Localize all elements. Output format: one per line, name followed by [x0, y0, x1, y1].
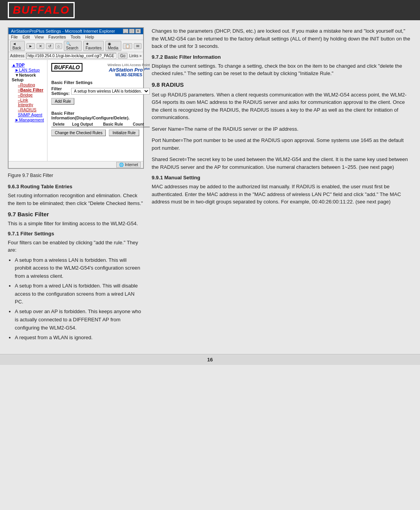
right-intro: Changes to the parameters (DHCP, DNS, et…	[152, 27, 412, 50]
bullet-3: A setup over an AP is forbidden. This ke…	[15, 308, 144, 332]
section-971: 9.7.1 Filter Settings Four filters can b…	[8, 231, 144, 342]
wireless-ap-text: Wireless LAN Access Point	[108, 63, 150, 67]
logo-text: BUFFALO	[13, 4, 70, 16]
section-991-heading: 9.9.1 Manual Setting	[152, 175, 412, 181]
filter-info-heading: Basic Filter Information(Display/Configu…	[51, 111, 150, 120]
nav-lan-setup[interactable]: ►LAN Setup	[12, 68, 44, 72]
browser-titlebar: AirStationProPlus Settings - Microsoft I…	[9, 28, 143, 34]
left-column: AirStationProPlus Settings - Microsoft I…	[8, 27, 144, 343]
forward-button[interactable]: ►	[26, 43, 35, 49]
section-98-heading: 9.8 RADIUS	[152, 81, 412, 88]
menu-edit[interactable]: Edit	[23, 35, 30, 39]
browser-window-controls: _ □ ✕	[123, 29, 141, 33]
section-97-heading: 9.7 Basic Filter	[8, 211, 144, 217]
section-991-body: MAC addresses may be added to the author…	[152, 183, 412, 206]
section-963-heading: 9.6.3 Routing Table Entries	[8, 184, 144, 189]
section-972-heading: 9.7.2 Basic Filter Information	[152, 54, 412, 60]
stop-button[interactable]: ✕	[37, 43, 44, 49]
col-delete: Delete	[51, 122, 70, 127]
filter-select[interactable]: A setup from wireless LAN is forbidden.	[71, 88, 150, 95]
internet-badge: 🌐 Internet	[116, 162, 141, 168]
section-972-body: Displays the current settings. To change…	[152, 62, 412, 77]
nav-management[interactable]: ►Management	[12, 117, 44, 122]
filter-settings-row: Filter Settings: A setup from wireless L…	[51, 86, 150, 96]
menu-favorites[interactable]: Favorites	[48, 35, 66, 39]
browser-window: AirStationProPlus Settings - Microsoft I…	[8, 27, 144, 169]
menu-file[interactable]: File	[11, 35, 18, 39]
section-971-intro: Four filters can be enabled by clicking …	[8, 239, 144, 254]
section-963: 9.6.3 Routing Table Entries Set routing …	[8, 184, 144, 207]
browser-menubar: File Edit View Favorites Tools Help	[9, 34, 143, 40]
home-button[interactable]: ⌂	[55, 43, 62, 49]
initialize-rule-button[interactable]: Initialize Rule	[109, 130, 139, 136]
address-input[interactable]	[26, 53, 116, 59]
nav-snmp-agent[interactable]: SNMP Agent	[12, 112, 44, 117]
nav-top-link[interactable]: ▲TOP	[12, 63, 44, 67]
nav-bridge[interactable]: –Bridge	[12, 93, 44, 97]
buffalo-logo-small: BUFFALO	[51, 63, 82, 72]
media-button[interactable]: ◉ Media	[105, 41, 121, 51]
col-count: Count	[131, 122, 150, 127]
plus-superscript: plus	[144, 67, 150, 70]
bullet-1: A setup from a wireless LAN is forbidden…	[15, 256, 144, 280]
go-button[interactable]: Go	[118, 53, 128, 59]
page-footer: 16	[0, 354, 420, 365]
history-button[interactable]: 📋	[123, 43, 132, 49]
section-972: 9.7.2 Basic Filter Information Displays …	[152, 54, 412, 77]
main-content: AirStationProPlus Settings - Microsoft I…	[0, 20, 420, 350]
favorites-button[interactable]: ★ Favorites	[83, 41, 104, 51]
figure-caption: Figure 9.7 Basic Filter	[8, 173, 144, 178]
menu-tools[interactable]: Tools	[71, 35, 81, 39]
mail-button[interactable]: ✉	[134, 43, 142, 49]
nav-radius[interactable]: –RADIUS	[12, 107, 44, 112]
nav-routing[interactable]: –Routing	[12, 82, 44, 87]
col-basic-rule: Basic Rule	[102, 122, 131, 127]
section-963-body: Set routing information recognition and …	[8, 192, 144, 207]
minimize-button[interactable]: _	[123, 29, 128, 33]
airstation-logo: AirStation Pro plus	[109, 67, 150, 73]
links-label: Links »	[129, 54, 142, 58]
browser-statusbar: 🌐 Internet	[9, 161, 143, 168]
close-button[interactable]: ✕	[135, 29, 141, 33]
wlm-series: WLM2-SERIES	[108, 73, 150, 77]
browser-page-content: BUFFALO Wireless LAN Access Point AirSta…	[47, 60, 154, 161]
filter-table: Delete Log Output Basic Rule Count	[51, 122, 150, 127]
nav-basic-filter[interactable]: –Basic Filter	[12, 88, 44, 92]
port-number-para: Port Number=The port number to be used a…	[152, 137, 412, 152]
refresh-button[interactable]: ↺	[46, 43, 54, 49]
bullet-4: A request from a WLAN is ignored.	[15, 334, 144, 342]
back-button[interactable]: ◄ Back	[10, 41, 25, 51]
nav-link-integrity[interactable]: –Link Integrity	[12, 98, 44, 107]
menu-view[interactable]: View	[35, 35, 44, 39]
airstation-text: AirStation Pro	[109, 67, 143, 73]
search-button[interactable]: 🔍 Search	[64, 41, 82, 51]
page-number: 16	[207, 357, 213, 363]
section-971-heading: 9.7.1 Filter Settings	[8, 231, 144, 237]
bullet-2: A setup from a wired LAN is forbidden. T…	[15, 282, 144, 306]
section-971-bullets: A setup from a wireless LAN is forbidden…	[15, 256, 144, 342]
menu-help[interactable]: Help	[85, 35, 94, 39]
section-97-body: This is a simple filter for limiting acc…	[8, 220, 144, 228]
nav-network-setup: ▼Network Setup	[12, 73, 36, 82]
add-rule-button[interactable]: Add Rule	[51, 98, 74, 105]
filter-table-header-row: Delete Log Output Basic Rule Count	[51, 122, 150, 127]
filter-label: Filter Settings:	[51, 86, 70, 96]
buffalo-logo: BUFFALO	[8, 2, 75, 18]
change-checked-rules-button[interactable]: Change the Checked Rules	[51, 130, 106, 136]
browser-toolbar: ◄ Back ► ✕ ↺ ⌂ 🔍 Search ★ Favorites ◉ Me…	[9, 40, 143, 52]
buffalo-small-logo: BUFFALO	[51, 63, 82, 72]
page-header-content: BUFFALO Wireless LAN Access Point AirSta…	[51, 63, 150, 77]
maximize-button[interactable]: □	[129, 29, 135, 33]
airstation-branding: Wireless LAN Access Point AirStation Pro…	[108, 63, 150, 77]
section-98-body: Set up RADIUS parameters. When a client …	[152, 91, 412, 121]
section-991: 9.9.1 Manual Setting MAC addresses may b…	[152, 175, 412, 206]
right-column: Changes to the parameters (DHCP, DNS, et…	[152, 27, 412, 343]
browser-title: AirStationProPlus Settings - Microsoft I…	[11, 29, 115, 33]
browser-content: ▲TOP ►LAN Setup ▼Network Setup –Routing …	[9, 60, 143, 161]
browser-address-bar: Address Go Links »	[9, 52, 143, 60]
statusbar-text: Internet	[125, 163, 138, 167]
filter-settings-section: Basic Filter Settings Filter Settings: A…	[51, 80, 150, 108]
col-log-output: Log Output	[70, 122, 102, 127]
section-97: 9.7 Basic Filter This is a simple filter…	[8, 211, 144, 228]
browser-nav-sidebar: ▲TOP ►LAN Setup ▼Network Setup –Routing …	[9, 60, 47, 161]
